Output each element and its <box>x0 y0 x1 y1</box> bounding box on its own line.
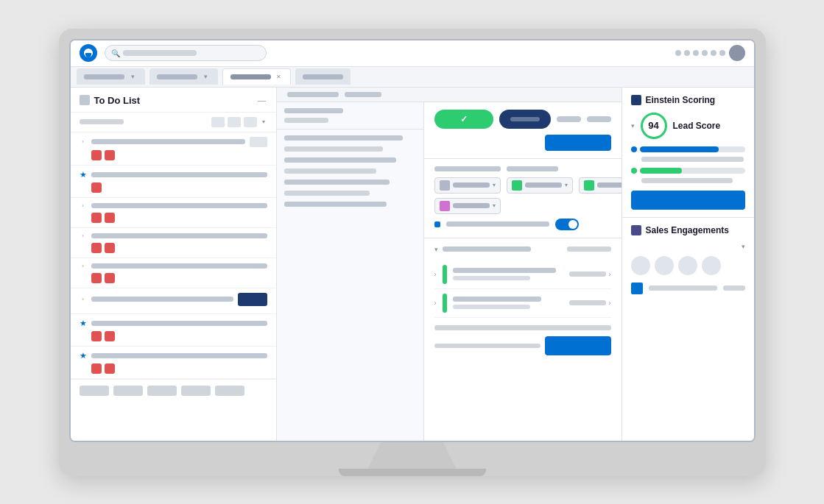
einstein-bar-dot <box>631 146 637 152</box>
list-item[interactable]: ★ <box>71 166 276 198</box>
list-item[interactable]: › <box>71 198 276 228</box>
lead-score-circle: 94 <box>641 113 667 139</box>
tab-close-icon[interactable]: ✕ <box>275 74 283 81</box>
activity-item[interactable]: › › <box>434 260 611 289</box>
expand-icon[interactable]: › <box>80 263 87 270</box>
sidebar-view-btn-3[interactable] <box>244 117 257 127</box>
item-text <box>91 353 267 358</box>
stage-action-button[interactable] <box>545 135 611 151</box>
activities-panel: ▾ › <box>424 238 621 441</box>
activity-save-button[interactable] <box>545 336 611 355</box>
einstein-scoring-header: Einstein Scoring <box>631 95 745 105</box>
list-item[interactable]: › <box>71 288 276 314</box>
expand-icon[interactable]: › <box>434 299 437 307</box>
global-search-bar[interactable]: 🔍 <box>105 45 267 61</box>
score-expand-icon[interactable]: ▾ <box>631 122 635 129</box>
sales-chevron-icon[interactable]: ▾ <box>742 243 745 250</box>
sales-contact-avatar <box>631 256 650 275</box>
activity-content <box>453 297 563 309</box>
sales-engagements-title: Sales Engagements <box>646 225 729 235</box>
list-item[interactable]: › <box>71 228 276 258</box>
expand-icon[interactable]: › <box>80 233 87 240</box>
sidebar-filter-text <box>80 119 124 124</box>
activities-title-row: ▾ <box>434 246 611 253</box>
einstein-bar-dot <box>631 168 637 174</box>
search-placeholder-bar <box>123 50 197 56</box>
expand-icon[interactable]: › <box>80 138 87 146</box>
filter-row-1: ▾ ▾ ▾ <box>434 177 611 194</box>
toggle-label <box>446 221 549 227</box>
einstein-bar-fill <box>640 168 682 174</box>
activities-subtitle <box>567 246 611 252</box>
item-row <box>284 180 390 185</box>
expand-icon[interactable]: ▾ <box>434 246 438 253</box>
filter-dropdown-4[interactable]: ▾ <box>434 198 501 214</box>
sidebar-title-text: To Do List <box>94 95 141 106</box>
sidebar-toolbar-icons: ▾ <box>211 117 267 127</box>
filter-dropdown-3[interactable]: ▾ <box>579 177 621 194</box>
stage-action-row <box>434 135 611 151</box>
list-item[interactable]: › <box>71 132 276 166</box>
sidebar-title: To Do List <box>80 95 141 106</box>
item-badge <box>105 213 115 223</box>
list-item[interactable]: ★ <box>71 314 276 347</box>
right-sidebar: Einstein Scoring ▾ 94 Lead Score <box>621 88 754 441</box>
tab-bar: ▾ ▾ ✕ <box>71 67 754 88</box>
item-text <box>91 233 267 238</box>
sales-chevron-row: ▾ <box>631 243 745 250</box>
activity-title-text <box>453 268 556 273</box>
tab-4[interactable] <box>295 68 351 85</box>
star-icon: ★ <box>80 319 87 328</box>
star-icon: ★ <box>80 351 87 361</box>
nav-dot <box>675 50 681 56</box>
sales-icon <box>631 225 641 235</box>
step-label-bar <box>510 117 540 121</box>
filter-text <box>597 182 621 188</box>
activity-date <box>569 271 606 277</box>
item-badge <box>105 273 115 283</box>
einstein-action-button[interactable] <box>631 191 745 210</box>
footer-item <box>80 386 109 396</box>
einstein-cta-row <box>631 191 745 210</box>
sidebar-view-btn-2[interactable] <box>228 117 241 127</box>
sidebar-header: To Do List — <box>71 88 276 113</box>
tab-2[interactable]: ▾ <box>149 68 218 85</box>
expand-icon[interactable]: › <box>80 202 87 210</box>
expand-icon[interactable]: › <box>80 296 87 303</box>
activities-footer <box>434 318 611 363</box>
activity-date <box>569 300 606 305</box>
item-badge <box>91 182 102 193</box>
tab-dropdown-icon[interactable]: ▾ <box>202 72 211 81</box>
user-avatar[interactable] <box>729 45 745 61</box>
filter-text <box>525 182 562 188</box>
col-header-text <box>284 108 343 113</box>
item-badge <box>105 150 115 160</box>
einstein-scoring-section: Einstein Scoring ▾ 94 Lead Score <box>622 88 754 218</box>
filter-color-indicator <box>440 180 450 191</box>
filter-title <box>434 166 501 171</box>
expand-icon[interactable]: › <box>434 271 437 278</box>
item-badge <box>91 363 102 374</box>
footer-item <box>147 386 177 396</box>
item-action-btn[interactable] <box>238 293 267 306</box>
tab-3-active[interactable]: ✕ <box>222 68 291 85</box>
tab-1[interactable]: ▾ <box>77 68 145 85</box>
filter-dropdown-1[interactable]: ▾ <box>434 177 501 194</box>
monitor-frame: 🔍 ▾ ▾ <box>59 29 766 476</box>
filter-text <box>453 182 490 188</box>
main-right-area: ✓ <box>424 102 621 441</box>
item-row <box>284 157 396 163</box>
list-icon <box>80 95 90 105</box>
item-text <box>91 172 267 177</box>
filter-dropdown-2[interactable]: ▾ <box>507 177 573 194</box>
nav-dot <box>702 50 708 56</box>
list-item[interactable]: ★ <box>71 347 276 379</box>
sidebar-chevron-icon[interactable]: ▾ <box>260 118 267 126</box>
list-item[interactable]: › <box>71 258 276 288</box>
toggle-switch[interactable] <box>555 219 579 230</box>
sidebar-collapse-button[interactable]: — <box>257 95 267 105</box>
tab-dropdown-icon[interactable]: ▾ <box>129 72 138 81</box>
filter-subtitle <box>507 166 558 171</box>
sidebar-view-btn-1[interactable] <box>211 117 225 127</box>
activity-item[interactable]: › › <box>434 289 611 318</box>
